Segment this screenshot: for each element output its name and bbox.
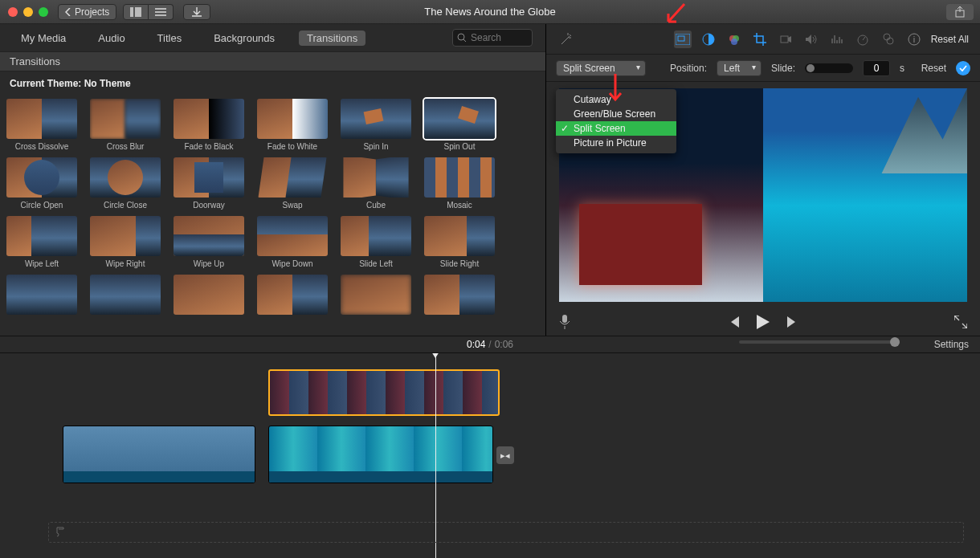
filters-button[interactable]	[880, 31, 897, 48]
svg-rect-0	[130, 7, 133, 17]
dropdown-option-splitscreen[interactable]: Split Screen	[556, 121, 676, 136]
layout-segmented-control[interactable]	[123, 4, 174, 20]
svg-point-12	[731, 39, 737, 45]
transition-item[interactable]: Cross Dissolve	[6, 99, 77, 151]
transition-item[interactable]: Spin In	[341, 99, 411, 151]
list-layout-icon[interactable]	[149, 4, 174, 20]
dropdown-option-greenscreen[interactable]: Green/Blue Screen	[556, 107, 676, 121]
transition-item[interactable]: Wipe Down	[257, 216, 328, 268]
tab-my-media[interactable]: My Media	[13, 31, 74, 46]
prev-clip-button[interactable]	[728, 316, 741, 328]
transition-item[interactable]: Wipe Left	[6, 216, 77, 268]
timeline-settings-button[interactable]: Settings	[934, 339, 969, 350]
tab-backgrounds[interactable]: Backgrounds	[206, 31, 283, 46]
slide-unit: s	[900, 63, 904, 74]
window-controls	[0, 7, 48, 17]
svg-rect-2	[155, 8, 166, 10]
minimize-window-button[interactable]	[23, 7, 33, 17]
theme-label: Current Theme: No Theme	[0, 71, 545, 96]
viewer-pane: i Reset All Split Screen Cutaway Green/B…	[546, 24, 980, 336]
primary-clip-1[interactable]	[63, 426, 255, 483]
search-icon	[457, 33, 467, 43]
transition-item[interactable]: Spin Out	[424, 99, 495, 151]
browser-tabs: My Media Audio Titles Backgrounds Transi…	[0, 24, 545, 51]
video-overlay-button[interactable]	[674, 31, 692, 48]
dropdown-option-cutaway[interactable]: Cutaway	[556, 92, 676, 107]
position-select[interactable]: Left	[717, 60, 762, 76]
tab-titles[interactable]: Titles	[149, 31, 190, 46]
overlay-reset-button[interactable]: Reset	[921, 63, 946, 74]
transition-item[interactable]	[257, 275, 328, 315]
projects-back-label: Projects	[75, 6, 109, 18]
share-button[interactable]	[946, 4, 974, 20]
voiceover-button[interactable]	[559, 315, 570, 329]
apply-button[interactable]	[956, 61, 970, 75]
transition-item[interactable]: Cube	[341, 157, 411, 210]
slide-label: Slide:	[771, 63, 795, 74]
transition-handle[interactable]: ▸◂	[496, 446, 514, 464]
transition-item[interactable]: Wipe Right	[90, 216, 161, 268]
search-field-wrap	[452, 29, 533, 47]
transition-item[interactable]: Swap	[257, 157, 328, 210]
reset-all-button[interactable]: Reset All	[931, 34, 969, 45]
audio-track[interactable]	[48, 522, 964, 543]
enhance-wand-icon[interactable]	[557, 31, 575, 48]
svg-rect-4	[155, 14, 166, 16]
transition-item[interactable]: Slide Left	[341, 216, 411, 268]
overlay-mode-dropdown: Cutaway Green/Blue Screen Split Screen P…	[556, 89, 676, 153]
timeline-zoom-slider[interactable]	[739, 340, 900, 344]
crop-button[interactable]	[751, 31, 769, 48]
transition-item[interactable]	[341, 275, 411, 315]
play-button[interactable]	[757, 315, 770, 329]
browser-subheader: Transitions	[0, 51, 545, 71]
transition-item[interactable]: Wipe Up	[174, 216, 244, 268]
transition-item[interactable]: Fade to White	[257, 99, 328, 151]
tab-transitions[interactable]: Transitions	[299, 31, 365, 46]
media-browser: My Media Audio Titles Backgrounds Transi…	[0, 24, 546, 336]
column-layout-icon[interactable]	[123, 4, 149, 20]
tab-audio[interactable]: Audio	[90, 31, 133, 46]
zoom-window-button[interactable]	[39, 7, 48, 17]
transition-item[interactable]: Slide Right	[424, 216, 495, 268]
info-button[interactable]: i	[905, 31, 923, 48]
slide-slider[interactable]	[805, 63, 853, 73]
fullscreen-button[interactable]	[954, 316, 967, 328]
speed-button[interactable]	[854, 31, 872, 48]
total-time: 0:06	[495, 339, 513, 350]
projects-back-button[interactable]: Projects	[58, 4, 116, 20]
svg-point-6	[458, 34, 464, 40]
svg-rect-8	[678, 36, 684, 41]
noise-reduction-button[interactable]	[828, 31, 846, 48]
current-time: 0:04	[467, 339, 485, 350]
transition-item[interactable]: Circle Open	[6, 157, 77, 210]
transition-item[interactable]	[424, 275, 495, 315]
expand-icon	[954, 316, 967, 328]
transition-item[interactable]	[6, 275, 77, 315]
time-separator: /	[488, 339, 491, 350]
primary-clip-2[interactable]	[268, 426, 493, 483]
volume-button[interactable]	[802, 31, 820, 48]
transition-item[interactable]	[174, 275, 244, 315]
next-clip-button[interactable]	[786, 316, 798, 328]
transition-item[interactable]: Mosaic	[424, 157, 495, 210]
dropdown-option-pip[interactable]: Picture in Picture	[556, 136, 676, 150]
import-button[interactable]	[183, 4, 210, 20]
microphone-icon	[559, 315, 570, 329]
overlay-mode-select[interactable]: Split Screen	[556, 60, 646, 76]
slide-value-field[interactable]: 0	[863, 60, 890, 76]
overlay-clip[interactable]	[268, 369, 500, 416]
window-title: The News Around the Globe	[424, 6, 555, 18]
transition-item[interactable]	[90, 275, 161, 315]
preview-right-half	[763, 88, 967, 302]
color-balance-button[interactable]	[700, 31, 717, 48]
transition-item[interactable]: Fade to Black	[174, 99, 244, 151]
svg-rect-13	[781, 36, 788, 43]
color-correction-button[interactable]	[725, 31, 743, 48]
transition-item[interactable]: Cross Blur	[90, 99, 161, 151]
stabilization-button[interactable]	[777, 31, 794, 48]
share-icon	[954, 6, 966, 18]
close-window-button[interactable]	[8, 7, 18, 17]
transition-item[interactable]: Doorway	[174, 157, 244, 210]
transition-item[interactable]: Circle Close	[90, 157, 161, 210]
timeline[interactable]: ▸◂	[0, 353, 980, 558]
